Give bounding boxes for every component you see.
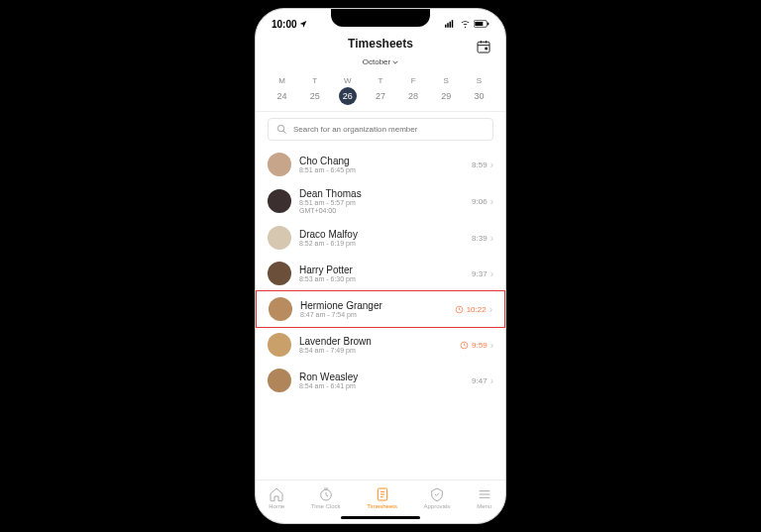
phone-frame: 10:00 Timesheets October M24T25W26T27F28… <box>255 8 506 524</box>
member-time-range: 8:54 am - 6:41 pm <box>299 382 464 390</box>
search-wrap <box>256 112 505 147</box>
week-letter: S <box>477 76 482 85</box>
week-letter: F <box>411 76 416 85</box>
member-name: Dean Thomas <box>299 188 464 199</box>
svg-rect-11 <box>485 48 488 51</box>
member-meta: Ron Weasley8:54 am - 6:41 pm <box>299 372 464 390</box>
member-row[interactable]: Ron Weasley8:54 am - 6:41 pm9:47› <box>256 363 505 398</box>
member-time-range: 8:53 am - 6:30 pm <box>299 275 464 283</box>
svg-rect-3 <box>452 20 454 28</box>
chevron-right-icon: › <box>490 375 493 386</box>
chevron-right-icon: › <box>490 196 493 207</box>
member-row[interactable]: Lavender Brown8:54 am - 7:49 pm9:59› <box>256 327 505 363</box>
svg-rect-2 <box>450 22 452 28</box>
time-clock-icon <box>318 486 334 502</box>
member-name: Lavender Brown <box>299 336 452 347</box>
svg-line-13 <box>283 131 286 134</box>
week-num: 30 <box>470 87 488 105</box>
member-meta: Hermione Granger8:47 am - 7:54 pm <box>300 300 447 319</box>
avatar <box>268 226 291 250</box>
avatar <box>268 369 291 392</box>
svg-rect-0 <box>445 25 447 28</box>
week-num: 26 <box>339 87 357 105</box>
member-duration: 10:22› <box>455 304 492 315</box>
week-num: 29 <box>437 87 455 105</box>
header: Timesheets October <box>256 33 505 72</box>
notch <box>331 9 430 27</box>
calendar-icon <box>476 39 491 54</box>
svg-rect-7 <box>478 42 489 53</box>
tab-label: Menu <box>477 503 491 509</box>
member-duration: 8:39› <box>472 233 493 244</box>
week-day[interactable]: M24 <box>269 76 296 105</box>
member-row[interactable]: Hermione Granger8:47 am - 7:54 pm10:22› <box>256 290 505 328</box>
location-icon <box>299 20 307 28</box>
tab-label: Approvals <box>423 503 450 509</box>
week-num: 24 <box>273 87 291 105</box>
week-day[interactable]: S29 <box>432 76 460 105</box>
chevron-right-icon: › <box>489 304 492 315</box>
member-row[interactable]: Draco Malfoy8:52 am - 6:19 pm8:39› <box>256 220 505 256</box>
member-time-range: 8:51 am - 6:45 pm <box>299 166 464 174</box>
member-meta: Draco Malfoy8:52 am - 6:19 pm <box>299 229 464 248</box>
search-input[interactable] <box>293 125 485 134</box>
member-name: Draco Malfoy <box>299 229 464 240</box>
member-meta: Harry Potter8:53 am - 6:30 pm <box>299 265 464 283</box>
tab-menu[interactable]: Menu <box>477 486 492 509</box>
week-letter: M <box>278 76 285 85</box>
member-time-range: 8:54 am - 7:49 pm <box>299 347 452 355</box>
svg-point-12 <box>277 125 283 131</box>
tab-home[interactable]: Home <box>269 486 284 509</box>
member-duration: 8:59› <box>472 160 493 170</box>
member-row[interactable]: Harry Potter8:53 am - 6:30 pm9:37› <box>256 256 505 291</box>
week-letter: T <box>379 76 383 85</box>
member-duration: 9:59› <box>460 340 493 351</box>
week-letter: S <box>444 76 449 85</box>
member-name: Ron Weasley <box>299 372 464 382</box>
week-letter: W <box>344 76 352 85</box>
chevron-right-icon: › <box>490 160 493 170</box>
week-num: 25 <box>306 87 324 105</box>
search-bar[interactable] <box>268 118 493 141</box>
tab-label: Timesheets <box>367 503 397 509</box>
menu-icon <box>477 486 492 502</box>
svg-rect-6 <box>488 23 489 26</box>
tab-time-clock[interactable]: Time Clock <box>311 486 341 509</box>
week-num: 27 <box>372 87 389 105</box>
week-day[interactable]: S30 <box>465 76 492 105</box>
wifi-icon <box>460 20 471 28</box>
avatar <box>268 189 291 213</box>
member-time-range: 8:51 am - 5:57 pm <box>299 199 464 207</box>
member-row[interactable]: Dean Thomas8:51 am - 5:57 pmGMT+04:009:0… <box>256 182 505 220</box>
chevron-right-icon: › <box>490 340 493 351</box>
member-meta: Dean Thomas8:51 am - 5:57 pmGMT+04:00 <box>299 188 464 214</box>
member-duration: 9:47› <box>472 375 493 386</box>
member-duration: 9:06› <box>472 196 493 207</box>
week-letter: T <box>312 76 317 85</box>
avatar <box>268 262 291 285</box>
week-day[interactable]: T27 <box>367 76 394 105</box>
signal-icon <box>445 20 457 28</box>
status-time: 10:00 <box>272 19 307 30</box>
member-time-range: 8:52 am - 6:19 pm <box>299 240 464 248</box>
week-picker: M24T25W26T27F28S29S30 <box>256 72 505 107</box>
member-row[interactable]: Cho Chang8:51 am - 6:45 pm8:59› <box>256 147 505 182</box>
week-day[interactable]: F28 <box>399 76 427 105</box>
member-meta: Lavender Brown8:54 am - 7:49 pm <box>299 336 452 355</box>
week-day[interactable]: W26 <box>334 76 362 105</box>
calendar-button[interactable] <box>476 39 491 58</box>
month-selector[interactable]: October <box>363 57 398 66</box>
chevron-down-icon <box>392 59 398 65</box>
svg-rect-1 <box>447 23 449 28</box>
tab-label: Home <box>269 503 284 509</box>
avatar <box>268 333 291 357</box>
search-icon <box>276 124 287 135</box>
chevron-right-icon: › <box>490 268 493 279</box>
tab-approvals[interactable]: Approvals <box>423 486 450 509</box>
week-day[interactable]: T25 <box>301 76 329 105</box>
timesheets-icon <box>375 486 390 502</box>
member-time-range: 8:47 am - 7:54 pm <box>300 311 447 319</box>
tab-timesheets[interactable]: Timesheets <box>367 486 397 509</box>
member-duration: 9:37› <box>472 268 493 279</box>
member-list: Cho Chang8:51 am - 6:45 pm8:59›Dean Thom… <box>256 147 505 479</box>
